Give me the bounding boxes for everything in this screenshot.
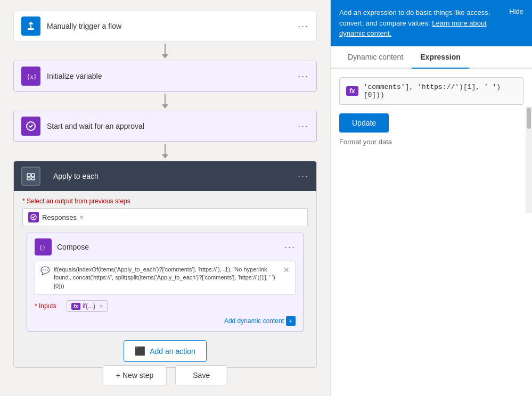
connector-line-3: [165, 144, 166, 154]
tab-expression[interactable]: Expression: [412, 46, 469, 69]
expression-text: if(equals(indexOf(items('Apply_to_each')…: [54, 266, 279, 290]
dynamic-content-label: Add dynamic content: [224, 317, 284, 325]
compose-icon: {}: [35, 238, 52, 255]
tabs-row: Dynamic content Expression: [331, 46, 532, 69]
apply-to-each-container: Apply to each ··· * Select an output fro…: [13, 161, 317, 368]
manually-trigger-title: Manually trigger a flow: [47, 22, 298, 30]
apply-to-each-icon: [21, 167, 40, 186]
svg-rect-5: [27, 178, 30, 180]
connector-3: [162, 144, 168, 159]
right-panel: Add an expression to do basic things lik…: [330, 0, 532, 396]
expression-input-value[interactable]: 'comments'], 'https://')[1], ' ')[0])): [364, 83, 517, 99]
connector-1: [162, 44, 168, 59]
apply-to-each-more[interactable]: ···: [298, 171, 309, 182]
responses-icon: [28, 212, 39, 222]
tab-dynamic-content[interactable]: Dynamic content: [339, 46, 412, 69]
start-wait-approval-title: Start and wait for an approval: [47, 122, 298, 130]
step-manually-trigger: Manually trigger a flow ···: [13, 11, 317, 42]
blue-banner-text: Add an expression to do basic things lik…: [339, 7, 501, 39]
add-action-icon: ⬛: [135, 346, 145, 356]
save-button[interactable]: Save: [175, 365, 227, 385]
start-wait-approval-more[interactable]: ···: [298, 121, 309, 132]
manually-trigger-more[interactable]: ···: [298, 21, 309, 32]
add-action-label: Add an action: [150, 347, 195, 356]
connector-arrow-3: [162, 154, 168, 159]
right-panel-scrollbar[interactable]: [526, 106, 532, 213]
compose-header: {} Compose ···: [35, 238, 296, 255]
if-tag-text: if(...): [83, 302, 95, 310]
connector-arrow-2: [162, 104, 168, 109]
compose-title: Compose: [57, 243, 284, 251]
update-button[interactable]: Update: [339, 113, 389, 133]
inputs-label: * Inputs: [35, 302, 67, 310]
responses-remove[interactable]: ×: [80, 214, 83, 220]
connector-2: [162, 94, 168, 109]
connector-line-2: [165, 94, 166, 104]
responses-box: Responses ×: [22, 208, 308, 226]
chat-icon: 💬: [40, 266, 50, 275]
add-action-button[interactable]: ⬛ Add an action: [124, 340, 207, 362]
expression-remove[interactable]: ✕: [283, 266, 290, 274]
compose-more[interactable]: ···: [284, 242, 296, 253]
inputs-row: * Inputs fx if(...) ×: [35, 300, 296, 312]
connector-line-1: [165, 44, 166, 54]
step-start-wait-approval: Start and wait for an approval ···: [13, 111, 317, 142]
select-output-label: * Select an output from previous steps: [22, 197, 308, 205]
if-tag: fx if(...) ×: [67, 300, 108, 312]
fx-label: fx: [346, 86, 358, 96]
svg-text:{}: {}: [39, 244, 46, 251]
apply-to-each-body: * Select an output from previous steps R…: [14, 191, 316, 362]
new-step-button[interactable]: + New step: [103, 365, 167, 385]
start-wait-approval-icon: [21, 117, 40, 136]
connector-arrow-1: [162, 54, 168, 59]
fx-icon: fx: [71, 303, 80, 310]
expression-input-area[interactable]: fx 'comments'], 'https://')[1], ' ')[0])…: [339, 77, 523, 105]
dynamic-content-row[interactable]: Add dynamic content +: [35, 316, 296, 326]
scrollbar-thumb: [527, 108, 531, 129]
bottom-bar: + New step Save: [103, 365, 227, 385]
expression-display-box: 💬 if(equals(indexOf(items('Apply_to_each…: [35, 261, 296, 295]
initialize-variable-title: Initialize variable: [47, 72, 298, 80]
blue-banner: Add an expression to do basic things lik…: [331, 0, 532, 46]
svg-rect-3: [27, 174, 30, 177]
initialize-variable-icon: {x}: [21, 67, 40, 86]
svg-rect-6: [31, 178, 35, 180]
if-remove[interactable]: ×: [100, 303, 103, 309]
svg-text:{x}: {x}: [27, 72, 36, 80]
initialize-variable-more[interactable]: ···: [298, 71, 309, 82]
step-initialize-variable: {x} Initialize variable ···: [13, 61, 317, 92]
apply-to-each-header: Apply to each ···: [14, 161, 316, 191]
compose-card: {} Compose ··· 💬 if(equals(indexOf(items…: [27, 233, 304, 332]
dynamic-content-plus-icon[interactable]: +: [286, 316, 296, 326]
hide-button[interactable]: Hide: [509, 7, 523, 15]
flow-canvas: Manually trigger a flow ··· {x} Initiali…: [0, 0, 330, 396]
svg-rect-4: [31, 174, 35, 177]
format-data-label: Format your data: [331, 133, 532, 151]
apply-to-each-title: Apply to each: [53, 172, 298, 180]
responses-tag: Responses: [42, 213, 77, 221]
manually-trigger-icon: [21, 16, 40, 36]
svg-rect-0: [28, 28, 34, 30]
